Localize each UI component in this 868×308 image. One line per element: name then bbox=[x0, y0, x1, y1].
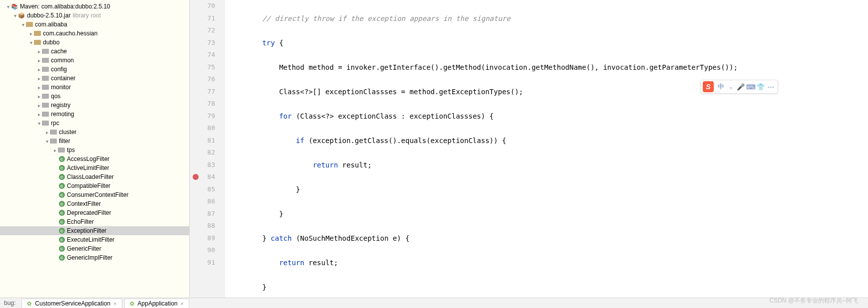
line-number[interactable]: 78 bbox=[190, 98, 215, 110]
line-number[interactable]: 76 bbox=[190, 73, 215, 86]
tree-node-package[interactable]: ▾ com.alibaba bbox=[0, 20, 189, 29]
tree-node-class[interactable]: CContextFilter bbox=[0, 199, 189, 208]
chevron-right-icon: ▸ bbox=[36, 49, 42, 54]
code-editor[interactable]: 7071727374757677787980818283848586878889… bbox=[190, 0, 868, 298]
tree-node-folder[interactable]: ▸cluster bbox=[0, 128, 189, 137]
package-icon bbox=[26, 22, 33, 27]
tree-node-class[interactable]: CGenericImplFilter bbox=[0, 253, 189, 262]
tree-node-folder[interactable]: ▾filter bbox=[0, 137, 189, 146]
code-content[interactable]: // directly throw if the exception appea… bbox=[225, 0, 868, 298]
line-number[interactable]: 71 bbox=[190, 12, 215, 25]
ime-skin-button[interactable]: 👕 bbox=[756, 82, 766, 92]
tree-node-class[interactable]: CExceptionFilter bbox=[0, 226, 189, 235]
package-icon bbox=[34, 40, 41, 45]
ime-keyboard-button[interactable]: ⌨ bbox=[746, 82, 756, 92]
tree-node-class[interactable]: CCompatibleFilter bbox=[0, 181, 189, 190]
tree-node-class[interactable]: CGenericFilter bbox=[0, 244, 189, 253]
chevron-down-icon: ▾ bbox=[44, 139, 50, 144]
close-icon[interactable]: × bbox=[181, 301, 184, 307]
close-icon[interactable]: × bbox=[113, 301, 116, 307]
ime-toolbar[interactable]: S 中 ⸴ 🎤 ⌨ 👕 ⋯ bbox=[700, 80, 778, 94]
tree-node-class[interactable]: CDeprecatedFilter bbox=[0, 208, 189, 217]
class-icon: C bbox=[59, 237, 65, 243]
chevron-right-icon: ▸ bbox=[36, 76, 42, 81]
tree-node-class[interactable]: CEchoFilter bbox=[0, 217, 189, 226]
tree-node-class[interactable]: CConsumerContextFilter bbox=[0, 190, 189, 199]
line-number[interactable]: 70 bbox=[190, 0, 215, 12]
tree-node-package[interactable]: ▸ com.caucho.hessian bbox=[0, 29, 189, 38]
line-number[interactable]: 90 bbox=[190, 244, 215, 257]
ime-punct-button[interactable]: ⸴ bbox=[726, 82, 736, 92]
chevron-down-icon: ▾ bbox=[36, 121, 42, 126]
sogou-logo-icon[interactable]: S bbox=[703, 81, 714, 92]
tree-node-folder[interactable]: ▸config bbox=[0, 65, 189, 74]
tree-node-folder[interactable]: ▸common bbox=[0, 56, 189, 65]
tree-node-folder[interactable]: ▸remoting bbox=[0, 110, 189, 119]
line-number[interactable]: 85 bbox=[190, 183, 215, 196]
chevron-right-icon: ▸ bbox=[36, 85, 42, 90]
line-number[interactable]: 84 bbox=[190, 171, 215, 183]
breakpoint-icon[interactable] bbox=[193, 174, 199, 180]
folder-icon bbox=[42, 94, 49, 99]
tree-node-folder[interactable]: ▸registry bbox=[0, 101, 189, 110]
chevron-right-icon: ▸ bbox=[52, 148, 58, 153]
tree-node-jar[interactable]: ▾ 📦 dubbo-2.5.10.jar library root bbox=[0, 11, 189, 20]
class-icon: C bbox=[59, 255, 65, 261]
line-number[interactable]: 77 bbox=[190, 86, 215, 98]
folder-icon bbox=[42, 121, 49, 126]
line-number[interactable]: 79 bbox=[190, 110, 215, 123]
tree-node-class[interactable]: CActiveLimitFilter bbox=[0, 163, 189, 172]
line-number[interactable]: 89 bbox=[190, 232, 215, 245]
class-icon: C bbox=[59, 219, 65, 225]
tree-node-class[interactable]: CAccessLogFilter bbox=[0, 154, 189, 163]
line-number[interactable]: 73 bbox=[190, 37, 215, 49]
class-icon: C bbox=[59, 246, 65, 252]
chevron-down-icon: ▾ bbox=[5, 4, 11, 9]
tree-node-folder[interactable]: ▸monitor bbox=[0, 83, 189, 92]
tree-node-maven[interactable]: ▾ 📚 Maven: com.alibaba:dubbo:2.5.10 bbox=[0, 2, 189, 11]
class-icon: C bbox=[59, 210, 65, 216]
line-number[interactable]: 91 bbox=[190, 257, 215, 269]
spring-icon: ✿ bbox=[130, 301, 136, 307]
line-number[interactable]: 82 bbox=[190, 147, 215, 159]
line-number[interactable]: 72 bbox=[190, 24, 215, 37]
line-number[interactable]: 74 bbox=[190, 49, 215, 61]
chevron-right-icon: ▸ bbox=[36, 94, 42, 99]
tree-node-folder[interactable]: ▸qos bbox=[0, 92, 189, 101]
ime-lang-button[interactable]: 中 bbox=[716, 82, 726, 92]
folder-icon bbox=[42, 67, 49, 72]
spring-icon: ✿ bbox=[27, 301, 33, 307]
line-number[interactable]: 80 bbox=[190, 122, 215, 135]
chevron-right-icon: ▸ bbox=[36, 67, 42, 72]
class-icon: C bbox=[59, 228, 65, 234]
bottom-bar: bug: ✿ CustomerServiceApplication × ✿ Ap… bbox=[0, 298, 868, 308]
tree-node-folder[interactable]: ▸container bbox=[0, 74, 189, 83]
class-icon: C bbox=[59, 201, 65, 207]
chevron-right-icon: ▸ bbox=[44, 130, 50, 135]
line-number[interactable]: 88 bbox=[190, 220, 215, 232]
ime-voice-button[interactable]: 🎤 bbox=[736, 82, 746, 92]
gutter[interactable]: 7071727374757677787980818283848586878889… bbox=[190, 0, 225, 298]
line-number[interactable]: 87 bbox=[190, 208, 215, 220]
tree-node-folder[interactable]: ▸tps bbox=[0, 146, 189, 154]
line-number[interactable]: 75 bbox=[190, 61, 215, 74]
run-tab[interactable]: ✿ CustomerServiceApplication × bbox=[21, 299, 122, 308]
folder-icon bbox=[42, 103, 49, 108]
line-number[interactable]: 81 bbox=[190, 135, 215, 147]
ime-more-button[interactable]: ⋯ bbox=[766, 82, 776, 92]
run-tab[interactable]: ✿ AppApplication × bbox=[124, 299, 190, 308]
tree-node-class[interactable]: CExecuteLimitFilter bbox=[0, 235, 189, 244]
line-number[interactable]: 83 bbox=[190, 159, 215, 171]
line-number[interactable]: 86 bbox=[190, 195, 215, 208]
tree-node-folder[interactable]: ▾rpc bbox=[0, 119, 189, 128]
folder-icon bbox=[42, 58, 49, 63]
package-icon bbox=[34, 31, 41, 36]
folder-icon bbox=[42, 85, 49, 90]
debug-label: bug: bbox=[0, 300, 19, 307]
code-comment: // directly throw if the exception appea… bbox=[262, 14, 510, 22]
tree-node-class[interactable]: CClassLoaderFilter bbox=[0, 172, 189, 181]
class-icon: C bbox=[59, 165, 65, 171]
project-tree[interactable]: ▾ 📚 Maven: com.alibaba:dubbo:2.5.10 ▾ 📦 … bbox=[0, 0, 190, 298]
tree-node-package[interactable]: ▾ dubbo bbox=[0, 38, 189, 47]
tree-node-folder[interactable]: ▸cache bbox=[0, 47, 189, 56]
